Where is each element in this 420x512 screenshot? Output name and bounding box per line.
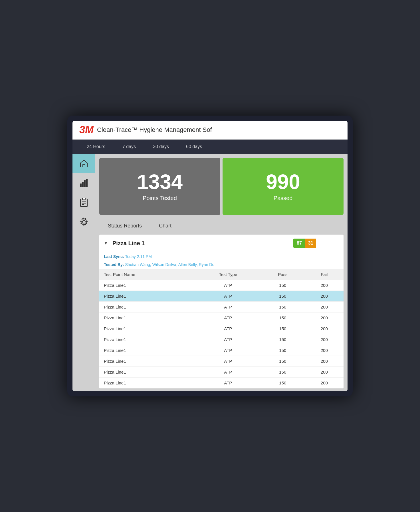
content-area: 1334 Points Tested 990 Passed Status Rep…	[95, 154, 348, 391]
tab-24hours[interactable]: 24 Hours	[78, 140, 114, 154]
cell-fail: 200	[305, 302, 344, 313]
col-pass: Pass	[261, 269, 305, 280]
sidebar-item-settings[interactable]	[72, 212, 95, 231]
table-row[interactable]: Pizza Line1ATP150200	[99, 367, 344, 378]
table-row[interactable]: Pizza Line1ATP150200	[99, 291, 344, 302]
cell-pass: 150	[261, 334, 305, 345]
tab-7days[interactable]: 7 days	[114, 140, 144, 154]
cell-fail: 200	[305, 313, 344, 323]
cell-fail: 200	[305, 367, 344, 378]
cell-fail: 200	[305, 323, 344, 334]
cell-test-type: ATP	[195, 280, 261, 291]
col-fail: Fail	[305, 269, 344, 280]
sidebar	[72, 154, 95, 391]
svg-rect-0	[80, 184, 82, 187]
app-header: 3M Clean-Trace™ Hygiene Management Sof	[72, 121, 348, 140]
last-sync-value: Today 2:11 PM	[125, 254, 152, 259]
cell-fail: 200	[305, 291, 344, 302]
table-row[interactable]: Pizza Line1ATP150200	[99, 323, 344, 334]
table-row[interactable]: Pizza Line1ATP150200	[99, 356, 344, 367]
tab-status-reports[interactable]: Status Reports	[99, 219, 150, 233]
cell-test-type: ATP	[195, 367, 261, 378]
logo-3m: 3M	[79, 125, 94, 135]
table-row[interactable]: Pizza Line1ATP150200	[99, 302, 344, 313]
svg-rect-2	[84, 180, 86, 187]
main-layout: 1334 Points Tested 990 Passed Status Rep…	[72, 154, 348, 391]
stat-card-points-tested: 1334 Points Tested	[99, 158, 220, 215]
passed-number: 990	[266, 172, 300, 192]
cell-fail: 200	[305, 345, 344, 356]
sidebar-item-home[interactable]	[72, 154, 95, 173]
test-points-table: Test Point Name Test Type Pass Fail Pizz…	[99, 269, 344, 388]
cell-pass: 150	[261, 345, 305, 356]
tested-by-label: Tested By:	[104, 262, 124, 267]
stats-row: 1334 Points Tested 990 Passed	[95, 154, 348, 216]
cell-fail: 200	[305, 280, 344, 291]
tab-60days[interactable]: 60 days	[177, 140, 211, 154]
cell-test-point-name: Pizza Line1	[99, 367, 195, 378]
sync-info: Last Sync: Today 2:11 PM	[99, 252, 344, 260]
svg-rect-4	[80, 199, 87, 207]
passed-label: Passed	[274, 195, 293, 201]
cell-fail: 200	[305, 356, 344, 367]
cell-pass: 150	[261, 323, 305, 334]
view-tabs: Status Reports Chart	[95, 219, 348, 233]
cell-test-point-name: Pizza Line1	[99, 345, 195, 356]
monitor-outer: 3M Clean-Trace™ Hygiene Management Sof 2…	[67, 116, 353, 396]
report-section: ▼ Pizza Line 1 87 31 Las	[99, 235, 344, 388]
table-body: Pizza Line1ATP150200Pizza Line1ATP150200…	[99, 280, 344, 388]
monitor-inner: 3M Clean-Trace™ Hygiene Management Sof 2…	[72, 121, 348, 391]
cell-test-type: ATP	[195, 323, 261, 334]
cell-test-type: ATP	[195, 291, 261, 302]
cell-test-type: ATP	[195, 302, 261, 313]
tab-chart[interactable]: Chart	[150, 219, 180, 233]
svg-rect-5	[82, 198, 85, 200]
time-filter-bar: 24 Hours 7 days 30 days 60 days	[72, 140, 348, 154]
cell-pass: 150	[261, 302, 305, 313]
cell-test-type: ATP	[195, 378, 261, 388]
tested-by-info: Tested By: Shutian Wang, Wilson Dsilva, …	[99, 260, 344, 269]
sidebar-item-chart[interactable]	[72, 173, 95, 193]
cell-pass: 150	[261, 367, 305, 378]
cell-pass: 150	[261, 291, 305, 302]
chart-icon	[79, 178, 88, 188]
tab-30days[interactable]: 30 days	[144, 140, 177, 154]
sidebar-item-clipboard[interactable]	[72, 193, 95, 212]
tested-by-value: Shutian Wang, Wilson Dsilva, Allen Belly…	[125, 262, 214, 267]
cell-test-point-name: Pizza Line1	[99, 280, 195, 291]
table-row[interactable]: Pizza Line1ATP150200	[99, 334, 344, 345]
cell-test-point-name: Pizza Line1	[99, 323, 195, 334]
pizza-line-title: Pizza Line 1	[112, 240, 290, 247]
cell-test-point-name: Pizza Line1	[99, 334, 195, 345]
pizza-line-header: ▼ Pizza Line 1 87 31	[99, 235, 344, 252]
col-test-type: Test Type	[195, 269, 261, 280]
cell-test-point-name: Pizza Line1	[99, 378, 195, 388]
cell-fail: 200	[305, 378, 344, 388]
pass-fail-bar: 87 31	[293, 239, 339, 248]
cell-test-point-name: Pizza Line1	[99, 356, 195, 367]
points-tested-number: 1334	[137, 172, 183, 192]
app-title: Clean-Trace™ Hygiene Management Sof	[97, 126, 212, 134]
bar-pass: 87	[293, 239, 305, 248]
points-tested-label: Points Tested	[143, 195, 177, 201]
gear-icon	[79, 217, 88, 226]
cell-test-type: ATP	[195, 345, 261, 356]
cell-test-type: ATP	[195, 356, 261, 367]
table-row[interactable]: Pizza Line1ATP150200	[99, 313, 344, 323]
cell-pass: 150	[261, 356, 305, 367]
cell-pass: 150	[261, 313, 305, 323]
table-row[interactable]: Pizza Line1ATP150200	[99, 378, 344, 388]
svg-rect-1	[82, 182, 84, 187]
last-sync-label: Last Sync:	[104, 254, 124, 259]
cell-pass: 150	[261, 280, 305, 291]
bar-fail: 31	[305, 239, 316, 248]
cell-test-point-name: Pizza Line1	[99, 302, 195, 313]
home-icon	[79, 159, 88, 168]
svg-point-9	[82, 220, 85, 223]
chevron-down-icon[interactable]: ▼	[104, 241, 108, 245]
table-row[interactable]: Pizza Line1ATP150200	[99, 345, 344, 356]
table-row[interactable]: Pizza Line1ATP150200	[99, 280, 344, 291]
cell-test-type: ATP	[195, 313, 261, 323]
cell-test-point-name: Pizza Line1	[99, 313, 195, 323]
col-test-point-name: Test Point Name	[99, 269, 195, 280]
